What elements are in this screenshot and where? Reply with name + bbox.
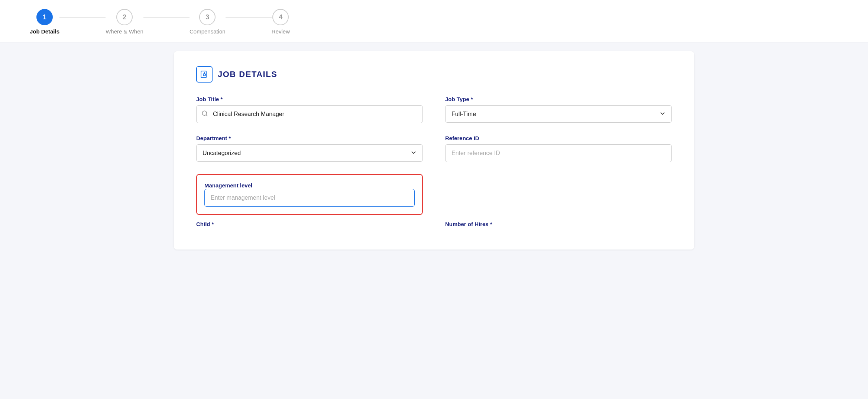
department-label: Department * (196, 135, 423, 141)
job-type-label: Job Type * (445, 96, 672, 102)
management-level-label: Management level (204, 182, 252, 189)
step-3-label: Compensation (190, 28, 226, 35)
department-select-wrapper: Uncategorized Engineering Marketing Sale… (196, 144, 423, 162)
job-details-icon (196, 66, 213, 83)
number-of-hires-label: Number of Hires * (445, 218, 672, 227)
job-title-group: Job Title * (196, 96, 423, 123)
main-content: JOB DETAILS Job Title * Job Type * F (174, 51, 694, 250)
step-4-circle: 4 (272, 9, 289, 25)
step-line-2-3 (143, 17, 190, 17)
job-type-select[interactable]: Full-Time Part-Time Contract Temporary I… (445, 105, 672, 123)
step-1-label: Job Details (30, 28, 59, 35)
step-4[interactable]: 4 Review (272, 9, 290, 35)
step-2-circle: 2 (116, 9, 133, 25)
step-line-3-4 (226, 17, 272, 17)
step-3-circle: 3 (199, 9, 216, 25)
job-type-select-wrapper: Full-Time Part-Time Contract Temporary I… (445, 105, 672, 123)
reference-id-input[interactable] (445, 144, 672, 162)
step-3[interactable]: 3 Compensation (190, 9, 226, 35)
step-2-label: Where & When (106, 28, 143, 35)
job-title-input[interactable] (196, 105, 423, 123)
department-group: Department * Uncategorized Engineering M… (196, 135, 423, 162)
section-header: JOB DETAILS (196, 66, 672, 83)
reference-id-label: Reference ID (445, 135, 672, 141)
job-title-input-wrapper (196, 105, 423, 123)
step-1-circle: 1 (36, 9, 53, 25)
step-1[interactable]: 1 Job Details (30, 9, 59, 35)
reference-id-group: Reference ID (445, 135, 672, 162)
job-type-group: Job Type * Full-Time Part-Time Contract … (445, 96, 672, 123)
job-title-label: Job Title * (196, 96, 423, 102)
child-label: Child * (196, 218, 423, 227)
section-title: JOB DETAILS (218, 70, 277, 79)
step-2[interactable]: 2 Where & When (106, 9, 143, 35)
step-line-1-2 (59, 17, 106, 17)
department-select[interactable]: Uncategorized Engineering Marketing Sale… (196, 144, 423, 162)
stepper-container: 1 Job Details 2 Where & When 3 Compensat… (0, 0, 868, 42)
step-4-label: Review (272, 28, 290, 35)
form-grid: Job Title * Job Type * Full-Time Part-Ti… (196, 96, 672, 215)
bottom-labels: Child * Number of Hires * (196, 218, 672, 227)
management-level-input[interactable] (204, 189, 415, 207)
spacer (445, 174, 672, 215)
management-level-group: Management level (196, 174, 423, 215)
